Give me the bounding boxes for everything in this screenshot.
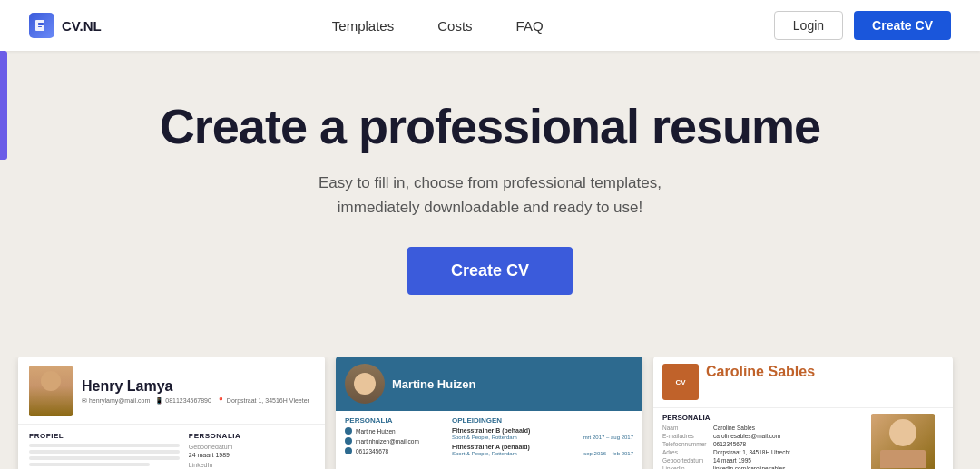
cv1-name: Henry Lamya [82, 378, 309, 395]
cv3-icon: CV [662, 364, 699, 400]
cv2-personalia-title: Personalia [345, 416, 445, 425]
cv-preview-caroline: CV Caroline Sables Personalia NaamCaroli… [653, 357, 953, 469]
cv3-name: Caroline Sables [706, 364, 815, 380]
cv1-body: Profiel Opleidingen Bouwkunde (behaald) … [18, 425, 325, 469]
cv-preview-henry: Henry Lamya ✉ henrylamy@mail.com 📱 08112… [18, 357, 325, 469]
cv3-header: CV Caroline Sables [653, 357, 953, 408]
nav-link-templates[interactable]: Templates [332, 18, 394, 34]
cv1-profiel-title: Profiel [29, 432, 180, 440]
cv-preview-strip: Henry Lamya ✉ henrylamy@mail.com 📱 08112… [0, 357, 980, 469]
cv1-photo [29, 366, 73, 416]
cv2-photo [345, 364, 385, 404]
cv1-meta: ✉ henrylamy@mail.com 📱 0811234567890 📍 D… [82, 397, 309, 405]
cv3-left: Personalia NaamCaroline Sables E-mailadr… [662, 414, 864, 469]
cv2-name-block: Martine Huizen [392, 377, 475, 391]
cv-preview-martine: Martine Huizen Personalia Martine Huizen… [336, 357, 642, 469]
cv2-left: Personalia Martine Huizen martinhuizen@m… [345, 416, 445, 469]
nav-link-costs[interactable]: Costs [437, 18, 472, 34]
cv3-body: Personalia NaamCaroline Sables E-mailadr… [653, 408, 953, 469]
create-cv-hero-button[interactable]: Create CV [407, 247, 573, 295]
svg-rect-2 [38, 24, 44, 25]
cv3-photo-area [871, 414, 944, 469]
hero-subtitle: Easy to fill in, choose from professiona… [18, 171, 962, 220]
hero-title: Create a professional resume [18, 98, 962, 154]
svg-rect-3 [38, 26, 42, 27]
create-cv-nav-button[interactable]: Create CV [854, 11, 951, 40]
cv1-personalia-title: Personalia [189, 432, 314, 440]
cv1-left: Profiel Opleidingen Bouwkunde (behaald) … [29, 432, 180, 469]
logo-icon [29, 13, 54, 38]
nav-actions: Login Create CV [774, 11, 951, 40]
navbar: CV.NL Templates Costs FAQ Login Create C… [0, 0, 980, 51]
cv2-right: Opleidingen Fitnesstrainer B (behaald) S… [452, 416, 633, 469]
login-button[interactable]: Login [774, 11, 843, 40]
cv1-info: Henry Lamya ✉ henrylamy@mail.com 📱 08112… [82, 378, 309, 405]
cv1-header: Henry Lamya ✉ henrylamy@mail.com 📱 08112… [18, 357, 325, 425]
nav-links: Templates Costs FAQ [102, 18, 774, 34]
cv2-opleidingen-title: Opleidingen [452, 416, 633, 425]
svg-rect-1 [38, 23, 44, 24]
cv3-photo [871, 414, 935, 469]
cv3-name-block: Caroline Sables [706, 364, 815, 380]
logo[interactable]: CV.NL [29, 13, 102, 38]
nav-link-faq[interactable]: FAQ [516, 18, 544, 34]
cv1-right: Personalia Geboortedatum 24 maart 1989 L… [189, 432, 314, 469]
hero-section: Create a professional resume Easy to fil… [0, 51, 980, 327]
cv2-name: Martine Huizen [392, 377, 475, 391]
cv3-personalia-title: Personalia [662, 414, 864, 422]
left-accent-bar [0, 51, 7, 160]
cv2-header: Martine Huizen [336, 357, 642, 411]
cv2-body: Personalia Martine Huizen martinhuizen@m… [336, 411, 642, 469]
